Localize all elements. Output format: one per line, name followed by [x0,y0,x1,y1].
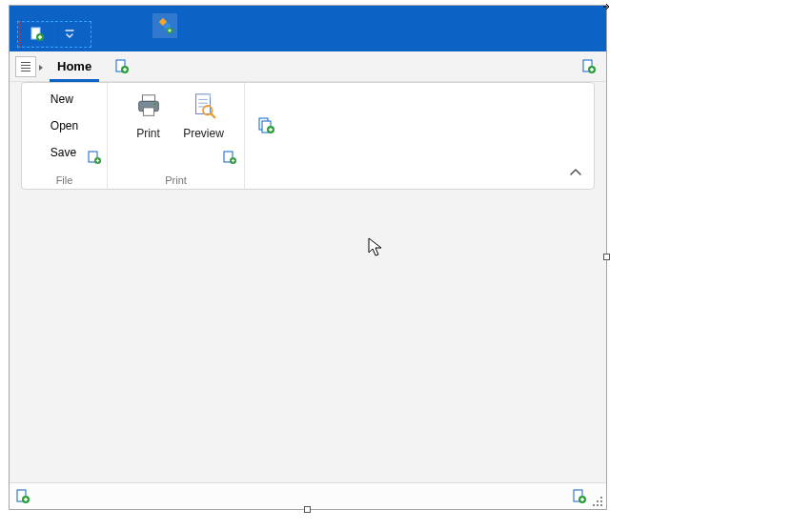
qat-add-button[interactable] [19,22,55,47]
statusbar-add-left[interactable] [15,489,30,504]
resize-handle-bottom[interactable] [304,506,311,513]
group-file: New Open Save File [22,83,108,189]
move-tick-icon [602,1,612,14]
group-print: Print Preview Print [108,83,245,189]
ribbon-tab-strip: Home [10,51,606,82]
svg-line-20 [211,113,214,117]
size-grip-icon[interactable] [594,498,603,507]
print-button[interactable]: Print [127,89,171,140]
resize-handle-right[interactable] [603,254,610,260]
print-group-add-item[interactable] [221,149,238,166]
add-tab-button[interactable] [111,55,133,78]
file-open-button[interactable]: Open [51,117,78,134]
file-group-add-item[interactable] [86,149,103,166]
svg-rect-11 [142,95,154,102]
add-page-group-button[interactable] [258,117,275,134]
preview-button-label: Preview [183,127,224,140]
quick-access-toolbar [17,21,91,48]
application-button-placeholder[interactable] [15,56,36,77]
file-new-button[interactable]: New [51,91,73,108]
preview-button[interactable]: Preview [182,89,226,140]
statusbar-add-right[interactable] [572,489,587,504]
component-tray-glyph[interactable] [152,13,177,38]
printer-icon [133,91,164,121]
svg-rect-13 [143,108,153,115]
form-client-area [10,192,606,480]
print-preview-icon [189,91,219,121]
group-caption-print: Print [165,174,187,189]
qat-customize-dropdown[interactable] [55,22,84,47]
ribbon-body: New Open Save File Print [21,82,595,190]
group-empty-area [245,83,594,189]
status-bar [10,482,606,509]
title-bar [10,6,606,51]
print-button-label: Print [136,127,160,140]
tab-home[interactable]: Home [44,51,105,82]
file-save-button[interactable]: Save [51,146,76,159]
svg-point-14 [153,103,155,105]
collapse-ribbon-button[interactable] [569,166,582,179]
tabstrip-add-button-right[interactable] [578,55,600,78]
ribbon-form-designer: Home New Open Save File [9,5,607,510]
group-caption-file: File [56,174,73,189]
